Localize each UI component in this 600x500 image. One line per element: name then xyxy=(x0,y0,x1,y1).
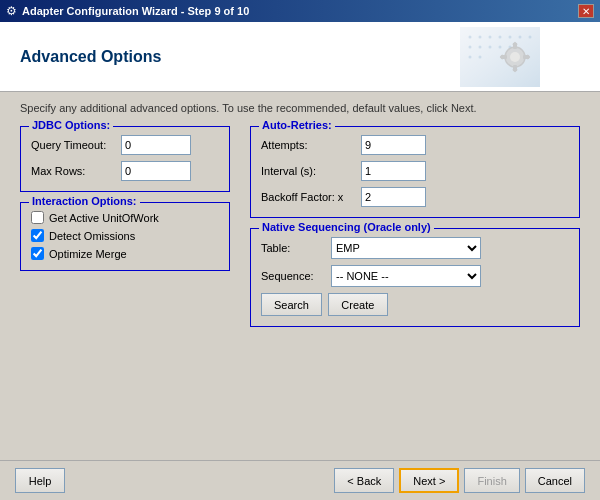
detect-omissions-label: Detect Omissions xyxy=(49,230,135,242)
back-button[interactable]: < Back xyxy=(334,468,394,493)
next-button[interactable]: Next > xyxy=(399,468,459,493)
svg-point-13 xyxy=(469,55,472,58)
footer: Help < Back Next > Finish Cancel xyxy=(0,460,600,500)
main-grid: JDBC Options: Query Timeout: Max Rows: I… xyxy=(20,126,580,450)
interaction-options-title: Interaction Options: xyxy=(29,195,140,207)
svg-point-4 xyxy=(499,35,502,38)
svg-point-16 xyxy=(510,52,520,62)
max-rows-input[interactable] xyxy=(121,161,191,181)
svg-point-3 xyxy=(489,35,492,38)
optimize-merge-checkbox[interactable] xyxy=(31,247,44,260)
interval-input[interactable] xyxy=(361,161,426,181)
svg-point-6 xyxy=(519,35,522,38)
help-button[interactable]: Help xyxy=(15,468,65,493)
jdbc-options-group: JDBC Options: Query Timeout: Max Rows: xyxy=(20,126,230,192)
svg-point-1 xyxy=(469,35,472,38)
detect-omissions-checkbox[interactable] xyxy=(31,229,44,242)
query-timeout-input[interactable] xyxy=(121,135,191,155)
backoff-row: Backoff Factor: x xyxy=(261,187,569,207)
svg-point-10 xyxy=(489,45,492,48)
svg-point-7 xyxy=(529,35,532,38)
instruction-text: Specify any additional advanced options.… xyxy=(20,102,580,114)
svg-point-8 xyxy=(469,45,472,48)
right-column: Auto-Retries: Attempts: Interval (s): Ba… xyxy=(250,126,580,450)
svg-point-2 xyxy=(479,35,482,38)
get-active-row: Get Active UnitOfWork xyxy=(31,211,219,224)
table-select[interactable]: EMP xyxy=(331,237,481,259)
backoff-input[interactable] xyxy=(361,187,426,207)
dialog: Advanced Options xyxy=(0,22,600,500)
optimize-merge-label: Optimize Merge xyxy=(49,248,127,260)
content-area: Specify any additional advanced options.… xyxy=(0,92,600,460)
max-rows-row: Max Rows: xyxy=(31,161,219,181)
finish-button[interactable]: Finish xyxy=(464,468,519,493)
backoff-label: Backoff Factor: x xyxy=(261,191,361,203)
create-button[interactable]: Create xyxy=(328,293,388,316)
interval-label: Interval (s): xyxy=(261,165,361,177)
svg-point-9 xyxy=(479,45,482,48)
get-active-label: Get Active UnitOfWork xyxy=(49,212,159,224)
page-title: Advanced Options xyxy=(20,48,161,66)
detect-omissions-row: Detect Omissions xyxy=(31,229,219,242)
close-button[interactable]: ✕ xyxy=(578,4,594,18)
header-band: Advanced Options xyxy=(0,22,600,92)
title-bar: ⚙ Adapter Configuration Wizard - Step 9 … xyxy=(0,0,600,22)
interaction-options-group: Interaction Options: Get Active UnitOfWo… xyxy=(20,202,230,271)
auto-retries-group: Auto-Retries: Attempts: Interval (s): Ba… xyxy=(250,126,580,218)
header-image xyxy=(460,27,580,87)
native-buttons: Search Create xyxy=(261,293,569,316)
attempts-row: Attempts: xyxy=(261,135,569,155)
interval-row: Interval (s): xyxy=(261,161,569,181)
native-sequencing-title: Native Sequencing (Oracle only) xyxy=(259,221,434,233)
title-bar-icon: ⚙ xyxy=(6,4,17,18)
max-rows-label: Max Rows: xyxy=(31,165,121,177)
jdbc-options-title: JDBC Options: xyxy=(29,119,113,131)
left-column: JDBC Options: Query Timeout: Max Rows: I… xyxy=(20,126,230,450)
attempts-label: Attempts: xyxy=(261,139,361,151)
svg-point-5 xyxy=(509,35,512,38)
auto-retries-title: Auto-Retries: xyxy=(259,119,335,131)
sequence-label: Sequence: xyxy=(261,270,331,282)
native-sequencing-group: Native Sequencing (Oracle only) Table: E… xyxy=(250,228,580,327)
footer-right-buttons: < Back Next > Finish Cancel xyxy=(334,468,585,493)
attempts-input[interactable] xyxy=(361,135,426,155)
title-bar-title: Adapter Configuration Wizard - Step 9 of… xyxy=(22,5,249,17)
table-label: Table: xyxy=(261,242,331,254)
get-active-checkbox[interactable] xyxy=(31,211,44,224)
query-timeout-label: Query Timeout: xyxy=(31,139,121,151)
search-button[interactable]: Search xyxy=(261,293,322,316)
sequence-row: Sequence: -- NONE -- xyxy=(261,265,569,287)
table-row: Table: EMP xyxy=(261,237,569,259)
svg-point-14 xyxy=(479,55,482,58)
sequence-select[interactable]: -- NONE -- xyxy=(331,265,481,287)
optimize-merge-row: Optimize Merge xyxy=(31,247,219,260)
query-timeout-row: Query Timeout: xyxy=(31,135,219,155)
cancel-button[interactable]: Cancel xyxy=(525,468,585,493)
svg-point-11 xyxy=(499,45,502,48)
